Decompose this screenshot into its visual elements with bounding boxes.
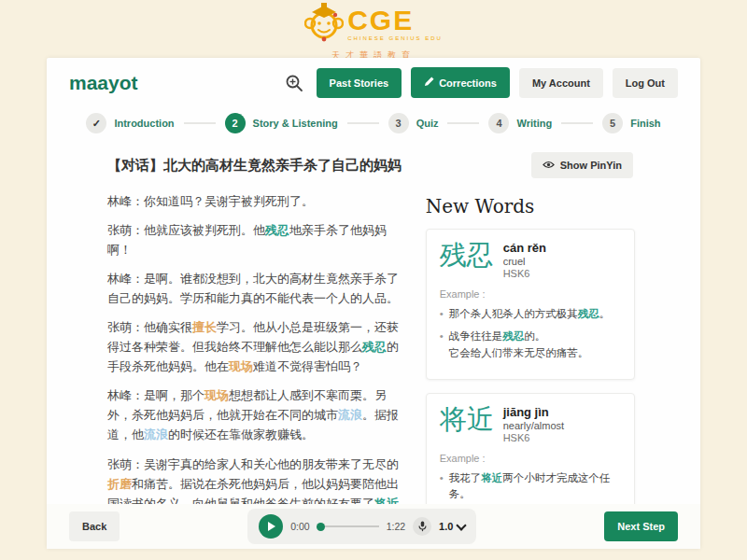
vocab-hsk-level: HSK6 (503, 268, 546, 279)
example-item: • 我花了将近两个小时才完成这个任务。 (440, 470, 621, 503)
show-pinyin-button[interactable]: Show PinYin (531, 152, 633, 178)
log-out-button[interactable]: Log Out (613, 68, 678, 98)
bullet-icon: • (440, 329, 444, 361)
story-paragraph: 张萌：他就应该被判死刑。他残忍地亲手杀了他妈妈啊！ (107, 220, 411, 259)
vocab-word: 将近 (440, 405, 494, 435)
corrections-label: Corrections (439, 77, 497, 89)
new-words-heading: New Words (426, 195, 635, 217)
check-icon: ✓ (86, 113, 106, 133)
logo-text: CGE (347, 5, 414, 35)
highlighted-word[interactable]: 残忍 (502, 330, 524, 342)
search-icon[interactable] (285, 74, 303, 92)
example-item: • 那个杀人犯杀人的方式极其残忍。 (440, 306, 621, 322)
show-pinyin-label: Show PinYin (560, 160, 622, 171)
step-finish[interactable]: 5 Finish (602, 113, 660, 133)
highlighted-word[interactable]: 折磨 (107, 477, 132, 491)
example-item: • 战争往往是残忍的。 它会给人们带来无尽的痛苦。 (440, 329, 621, 361)
page-background: CGE CHINESE GENIUS EDU 天才華語教育 maayot Pas… (0, 0, 747, 560)
next-step-label: Next Step (617, 521, 665, 532)
microphone-icon[interactable] (413, 517, 431, 536)
audio-player: 0:00 1:22 1.0 (247, 509, 476, 544)
story-paragraph: 林峰：是啊。谁都没想到，北大的高材生竟然亲手杀了自己的妈妈。学历和能力真的不能代… (107, 269, 411, 308)
vocab-pinyin: cán rěn (503, 241, 546, 255)
step-label: Story & Listening (253, 118, 338, 129)
step-introduction[interactable]: ✓ Introduction (86, 113, 174, 133)
story-text-column: 林峰：你知道吗？吴谢宇被判死刑了。 张萌：他就应该被判死刑。他残忍地亲手杀了他妈… (107, 191, 411, 557)
play-icon (268, 522, 275, 531)
main-panel: maayot Past Stories Corrections My A (47, 58, 700, 549)
vocab-meaning: nearly/almost (503, 420, 564, 431)
plain-text: 那个杀人犯杀人的方式极其 (449, 308, 578, 319)
step-writing[interactable]: 4 Writing (488, 113, 552, 133)
progress-stepper: ✓ Introduction 2 Story & Listening 3 Qui… (47, 102, 700, 143)
stepper-connector (184, 122, 216, 124)
bullet-icon: • (440, 306, 444, 322)
highlighted-word[interactable]: 流浪 (144, 427, 168, 441)
vocab-meaning: cruel (503, 256, 546, 267)
logo-subtext: CHINESE GENIUS EDU (347, 35, 443, 41)
duration: 1:22 (387, 521, 405, 532)
monkey-logo-icon (304, 1, 344, 48)
example-label: Example : (440, 453, 621, 464)
bullet-icon: • (440, 470, 444, 503)
highlighted-word[interactable]: 流浪 (338, 408, 362, 422)
step-label: Finish (630, 118, 660, 129)
plain-text: 。 (599, 308, 611, 319)
cge-logo: CGE CHINESE GENIUS EDU 天才華語教育 (0, 4, 747, 58)
plain-text: 难道不觉得害怕吗？ (253, 359, 362, 373)
seek-slider[interactable] (317, 525, 379, 527)
bottom-action-bar: Back 0:00 1:22 (47, 504, 700, 549)
stepper-connector (561, 122, 593, 124)
vocab-hsk-level: HSK6 (503, 432, 564, 443)
seek-slider-knob[interactable] (317, 523, 325, 531)
step-number: 4 (488, 113, 509, 133)
play-button[interactable] (259, 514, 283, 539)
plain-text: 张萌：他确实很 (107, 320, 192, 334)
highlighted-word[interactable]: 残忍 (362, 340, 387, 354)
plain-text: 战争往往是 (449, 330, 503, 342)
story-paragraph: 林峰：是啊，那个现场想想都让人感到不寒而栗。另外，杀死他妈妈后，他就开始在不同的… (107, 385, 411, 444)
back-button[interactable]: Back (69, 511, 120, 541)
my-account-button[interactable]: My Account (519, 68, 603, 98)
log-out-label: Log Out (626, 77, 665, 89)
speed-value: 1.0 (439, 521, 453, 532)
new-words-column: New Words 残忍 cán rěn cruel HSK6 Example … (426, 191, 635, 557)
my-account-label: My Account (532, 77, 590, 89)
plain-text: 张萌：他就应该被判死刑。他 (107, 223, 265, 237)
highlighted-word[interactable]: 现场 (204, 388, 229, 402)
current-time: 0:00 (290, 521, 309, 532)
vocab-pinyin: jiāng jìn (503, 405, 564, 419)
chevron-down-icon (457, 520, 467, 530)
past-stories-label: Past Stories (330, 77, 389, 89)
stepper-connector (447, 122, 479, 124)
plain-text: 林峰：你知道吗？吴谢宇被判死刑了。 (107, 194, 314, 208)
step-label: Writing (516, 118, 552, 129)
story-paragraph: 林峰：你知道吗？吴谢宇被判死刑了。 (107, 191, 411, 211)
next-step-button[interactable]: Next Step (604, 511, 678, 541)
top-navigation-bar: maayot Past Stories Corrections My A (47, 58, 700, 102)
story-title-row: 【对话】北大的高材生竟然亲手杀了自己的妈妈 Show PinYin (47, 143, 700, 184)
highlighted-word[interactable]: 将近 (481, 472, 502, 483)
step-label: Quiz (416, 118, 439, 129)
maayot-brand-link[interactable]: maayot (69, 72, 138, 94)
highlighted-word[interactable]: 现场 (229, 359, 253, 373)
past-stories-button[interactable]: Past Stories (317, 68, 402, 98)
step-quiz[interactable]: 3 Quiz (388, 113, 439, 133)
plain-text: 我花了 (449, 472, 482, 483)
highlighted-word[interactable]: 擅长 (192, 320, 217, 334)
plain-text: 林峰：是啊。谁都没想到，北大的高材生竟然亲手杀了自己的妈妈。学历和能力真的不能代… (107, 272, 399, 305)
plain-text: 张萌：吴谢宇真的给家人和关心他的朋友带来了无尽的 (107, 457, 399, 471)
content-area: 林峰：你知道吗？吴谢宇被判死刑了。 张萌：他就应该被判死刑。他残忍地亲手杀了他妈… (47, 184, 700, 557)
step-number: 5 (602, 113, 623, 133)
step-number: 2 (225, 113, 246, 133)
step-label: Introduction (114, 118, 174, 129)
highlighted-word[interactable]: 残忍 (578, 308, 599, 319)
pencil-icon (424, 77, 434, 89)
plain-text: 的时候还在靠做家教赚钱。 (168, 427, 314, 441)
highlighted-word[interactable]: 残忍 (265, 223, 289, 237)
story-title: 【对话】北大的高材生竟然亲手杀了自己的妈妈 (107, 157, 402, 175)
playback-speed-selector[interactable]: 1.0 (439, 521, 465, 532)
corrections-button[interactable]: Corrections (411, 67, 510, 98)
stepper-connector (347, 122, 379, 124)
step-story-listening[interactable]: 2 Story & Listening (225, 113, 338, 133)
